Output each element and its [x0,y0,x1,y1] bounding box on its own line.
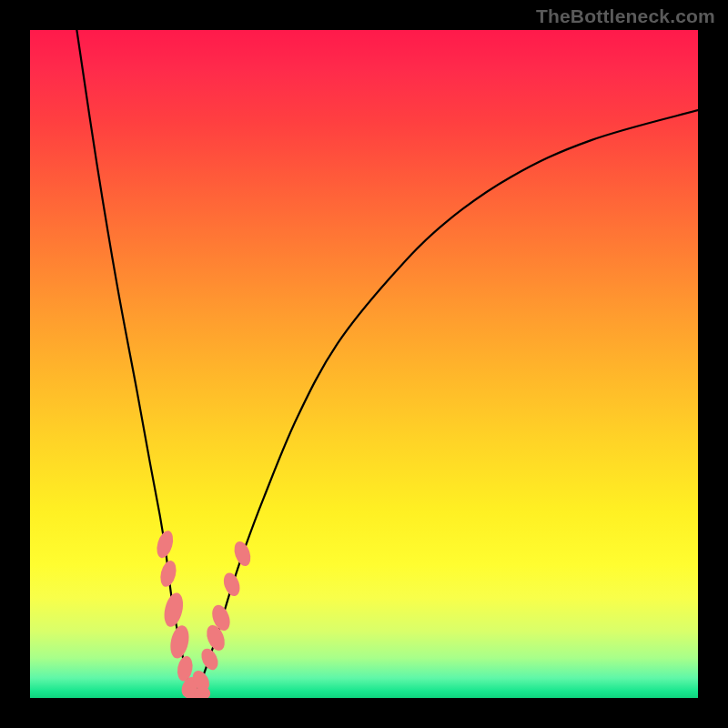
bead-left-1 [158,559,179,588]
bead-left-0 [154,529,176,560]
bead-left-2 [161,591,186,628]
bottleneck-curve-right [194,110,698,698]
chart-svg [30,30,698,698]
outer-frame: TheBottleneck.com [0,0,728,728]
plot-area [30,30,698,698]
watermark-text: TheBottleneck.com [536,5,715,27]
bead-right-5 [231,540,253,569]
bead-right-4 [221,571,243,598]
bead-left-3 [167,623,191,660]
